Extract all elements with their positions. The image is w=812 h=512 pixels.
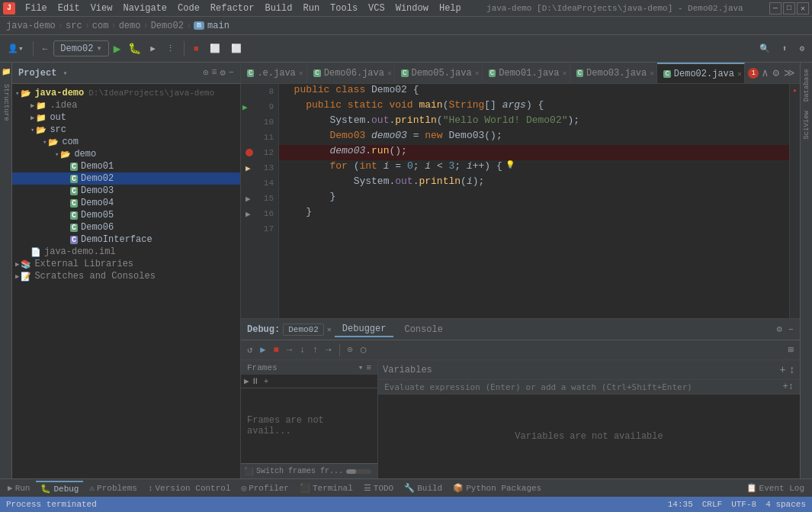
run-config-selector[interactable]: Demo02 ▾ [53,40,108,56]
tab-filetab[interactable]: C .e.java ✕ [241,63,307,83]
debug-button[interactable]: 🐛 [125,42,144,55]
left-icon-structure[interactable]: Structure [1,82,11,123]
tab-demo02[interactable]: C Demo02.java ✕ [657,63,745,83]
breadcrumb-demo02[interactable]: Demo02 [151,21,184,31]
bt-todo[interactable]: ☰ TODO [359,481,398,494]
menu-file[interactable]: File [20,2,53,15]
panel-minimize[interactable]: – [229,67,234,79]
left-icon-project[interactable]: 📁 [0,66,12,78]
breakpoint-12[interactable] [246,149,253,156]
breadcrumb-com[interactable]: com [92,21,109,31]
bt-event-log[interactable]: 📋 Event Log [742,481,809,494]
debug-mute-bp[interactable]: ◯ [358,343,369,357]
var-add[interactable]: + [779,364,785,376]
toolbar-settings[interactable]: ⚙ [794,41,809,56]
toolbar-more-run[interactable]: ⋮ [162,41,179,56]
tree-item-Demo04[interactable]: C Demo04 [12,197,240,209]
debug-step-over[interactable]: → [284,343,295,357]
debug-config-close[interactable]: ✕ [327,325,332,334]
debug-restart[interactable]: ↺ [244,343,255,357]
debug-tab-debugger[interactable]: Debugger [335,322,394,337]
toolbar-back[interactable]: ← [38,42,53,56]
tree-item-iml[interactable]: 📄 java-demo.iml [12,246,240,258]
bt-terminal[interactable]: ⬛ Terminal [295,481,358,494]
debug-run-config[interactable]: Demo02 [283,324,324,336]
toolbar-search[interactable]: 🔍 [755,41,775,56]
debug-stop[interactable]: ■ [270,343,281,357]
menu-run[interactable]: Run [297,2,325,15]
tree-item-scratches[interactable]: ▶ 📝 Scratches and Consoles [12,270,240,282]
bt-profiler[interactable]: ◎ Profiler [237,481,294,494]
menu-window[interactable]: Window [390,2,434,15]
tab1-close[interactable]: ✕ [387,69,392,78]
debug-close[interactable]: – [788,324,794,335]
bt-run[interactable]: ▶ Run [3,481,34,494]
breadcrumb-project[interactable]: java-demo [6,21,56,31]
tree-item-root[interactable]: ▾ 📂 java-demo D:\IdeaProjects\java-demo [12,87,240,99]
panel-locate[interactable]: ⊙ [203,67,208,79]
menu-navigate[interactable]: Navigate [117,2,172,15]
tab0-close[interactable]: ✕ [299,69,303,78]
bt-python-packages[interactable]: 📦 Python Packages [448,481,546,494]
menu-tools[interactable]: Tools [325,2,363,15]
bt-version-control[interactable]: ↕ Version Control [143,482,236,494]
minimize-button[interactable]: — [769,2,782,14]
breadcrumb-src[interactable]: src [66,21,82,31]
tree-item-idea[interactable]: ▶ 📁 .idea [12,99,240,111]
debug-step-into[interactable]: ↓ [297,343,308,357]
fold-arrow-16[interactable]: ▶ [246,209,251,219]
toolbar-stop[interactable]: ■ [189,42,204,56]
tree-item-Demo02[interactable]: C Demo02 [12,172,240,185]
tab-demo06[interactable]: C Demo06.java ✕ [307,63,395,83]
frames-add[interactable]: + [264,377,269,386]
tab-action-settings[interactable]: ⚙ [772,65,781,81]
toolbar-extra2[interactable]: ⬜ [226,41,246,56]
tree-item-ext-libs[interactable]: ▶ 📚 External Libraries [12,258,240,270]
bt-debug[interactable]: 🐛 Debug [36,481,83,495]
tab3-close[interactable]: ✕ [562,69,566,78]
tree-item-Demo01[interactable]: C Demo01 [12,160,240,172]
eval-expand[interactable]: ↕ [788,382,794,392]
debug-resume[interactable]: ▶ [257,343,268,357]
bt-build[interactable]: 🔧 Build [400,481,447,494]
tab-demo03[interactable]: C Demo03.java ✕ [570,63,658,83]
eval-input[interactable] [384,382,783,392]
breadcrumb-demo[interactable]: demo [119,21,141,31]
code-content[interactable]: public class Demo02 { public static void… [279,84,789,318]
toolbar-coverage[interactable]: ▶ [146,41,160,56]
tree-item-com[interactable]: ▾ 📂 com [12,136,240,148]
frames-more[interactable]: ≡ [366,363,371,372]
panel-dropdown[interactable]: ▾ [63,69,67,78]
run-arrow-9[interactable]: ▶ [242,102,248,112]
fold-arrow-13[interactable]: ▶ [246,163,251,173]
var-expand[interactable]: ↕ [789,364,795,376]
tree-item-DemoInterface[interactable]: C DemoInterface [12,233,240,246]
tab5-close[interactable]: ✕ [737,69,742,79]
menu-refactor[interactable]: Refactor [205,2,260,15]
debug-settings[interactable]: ⚙ [777,324,782,335]
tree-item-src[interactable]: ▾ 📂 src [12,124,240,136]
debug-run-to-cursor[interactable]: ⇢ [323,343,334,357]
maximize-button[interactable]: □ [783,2,795,14]
menu-help[interactable]: Help [434,2,467,15]
switch-frames-icon[interactable]: ⬛ [244,467,253,476]
tab-demo01[interactable]: C Demo01.java ✕ [483,63,570,83]
breadcrumb-main[interactable]: main [207,21,229,31]
menu-code[interactable]: Code [172,2,205,15]
tab-action-up[interactable]: ∧ [760,65,769,81]
eval-add[interactable]: + [783,382,788,392]
switch-frames-scrollbar[interactable] [346,469,371,474]
debug-step-out[interactable]: ↑ [310,343,321,357]
sidebar-database[interactable]: Database [803,66,810,105]
tree-item-Demo03[interactable]: C Demo03 [12,185,240,197]
tab4-close[interactable]: ✕ [650,69,654,78]
frames-pause[interactable]: ⏸ [251,376,259,386]
menu-view[interactable]: View [85,2,118,15]
tree-item-demo[interactable]: ▾ 📂 demo [12,148,240,160]
tree-item-out[interactable]: ▶ 📁 out [12,111,240,124]
frames-play[interactable]: ▶ [244,376,249,386]
menu-build[interactable]: Build [259,2,297,15]
tree-item-Demo05[interactable]: C Demo05 [12,209,240,221]
frames-filter[interactable]: ▾ [358,362,364,372]
sidebar-sciview[interactable]: SciView [803,108,810,143]
